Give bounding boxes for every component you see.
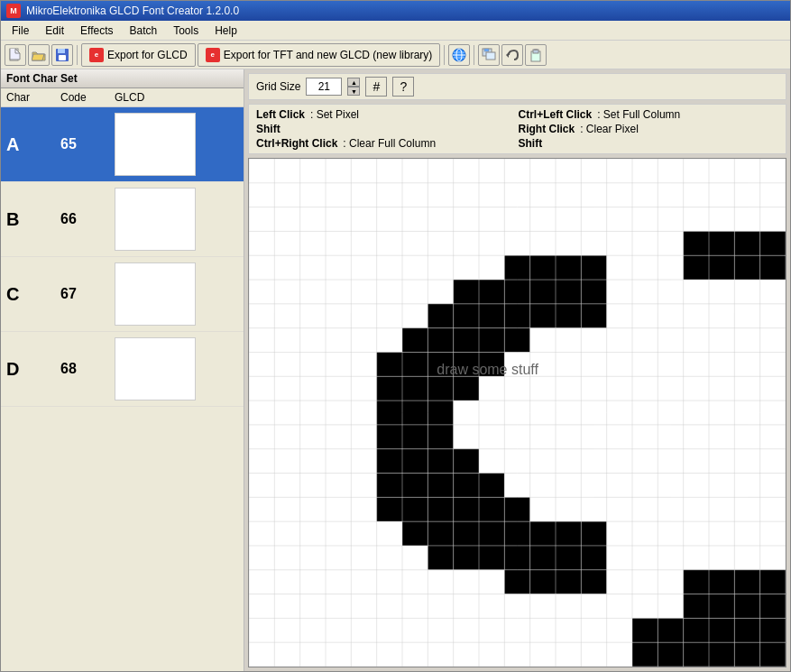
col-code: Code bbox=[60, 91, 115, 104]
char-preview-a bbox=[115, 113, 196, 176]
menu-bar: File Edit Effects Batch Tools Help bbox=[1, 21, 790, 41]
menu-edit[interactable]: Edit bbox=[38, 23, 71, 39]
spin-down-button[interactable]: ▼ bbox=[347, 87, 360, 96]
char-preview-d bbox=[115, 337, 196, 400]
instr-right-click: Right Click : Clear Pixel bbox=[519, 123, 779, 135]
spin-up-button[interactable]: ▲ bbox=[347, 78, 360, 87]
char-preview-b bbox=[115, 188, 196, 251]
menu-help[interactable]: Help bbox=[207, 23, 244, 39]
svg-rect-6 bbox=[59, 55, 66, 60]
char-row-a[interactable]: A 65 bbox=[1, 107, 244, 182]
menu-file[interactable]: File bbox=[5, 23, 36, 39]
right-panel: Grid Size ▲ ▼ # ? Left Click : Set Pixel… bbox=[244, 69, 790, 671]
instructions-panel: Left Click : Set Pixel Ctrl+Left Click :… bbox=[248, 104, 786, 154]
pixel-canvas[interactable] bbox=[249, 159, 786, 667]
char-letter-c: C bbox=[6, 284, 60, 305]
svg-rect-18 bbox=[534, 49, 538, 51]
undo-button[interactable] bbox=[501, 44, 523, 66]
grid-size-input[interactable] bbox=[306, 78, 342, 96]
toolbar: e Export for GLCD e Export for TFT and n… bbox=[1, 41, 790, 69]
pixel-grid-container[interactable]: draw some stuff bbox=[248, 158, 786, 667]
svg-marker-15 bbox=[506, 52, 509, 58]
svg-rect-13 bbox=[484, 49, 489, 51]
char-letter-a: A bbox=[6, 134, 60, 155]
char-letter-d: D bbox=[6, 359, 60, 380]
toolbar-sep-3 bbox=[474, 45, 474, 65]
export-tft-label: Export for TFT and new GLCD (new library… bbox=[224, 49, 433, 61]
instr-ctrl-left: Ctrl+Left Click : Set Full Column bbox=[519, 108, 779, 121]
char-code-c: 67 bbox=[60, 286, 115, 302]
char-letter-b: B bbox=[6, 209, 60, 230]
col-char: Char bbox=[6, 91, 60, 104]
menu-batch[interactable]: Batch bbox=[123, 23, 165, 39]
right-click-desc: : Clear Pixel bbox=[580, 123, 639, 135]
main-content: Font Char Set Char Code GLCD A 65 B 66 bbox=[1, 69, 790, 671]
font-char-set-title: Font Char Set bbox=[6, 72, 78, 85]
char-row-b[interactable]: B 66 bbox=[1, 182, 244, 257]
grid-size-spinner: ▲ ▼ bbox=[347, 78, 360, 96]
shift-key: Shift bbox=[256, 123, 281, 135]
ctrl-right-desc: : Clear Full Column bbox=[343, 137, 436, 150]
char-code-d: 68 bbox=[60, 361, 115, 377]
right-click-key: Right Click bbox=[519, 123, 575, 135]
svg-rect-14 bbox=[486, 52, 495, 60]
grid-controls: Grid Size ▲ ▼ # ? bbox=[248, 73, 786, 100]
new-button[interactable] bbox=[5, 44, 26, 66]
export-tft-button[interactable]: e Export for TFT and new GLCD (new libra… bbox=[198, 43, 441, 67]
char-preview-c bbox=[115, 262, 196, 326]
title-bar: M MikroElektronika GLCD Font Creator 1.2… bbox=[1, 1, 790, 21]
hash-button[interactable]: # bbox=[365, 77, 387, 97]
shift-right-key: Shift bbox=[519, 137, 543, 150]
char-row-d[interactable]: D 68 bbox=[1, 332, 244, 407]
char-code-b: 66 bbox=[60, 211, 115, 227]
app-icon: M bbox=[6, 4, 21, 18]
paste-button[interactable] bbox=[525, 44, 547, 66]
left-click-key: Left Click bbox=[256, 108, 305, 121]
toolbar-sep-2 bbox=[444, 45, 445, 65]
char-code-a: 65 bbox=[60, 136, 115, 152]
copy-display-button[interactable] bbox=[478, 44, 500, 66]
char-row-c[interactable]: C 67 bbox=[1, 257, 244, 332]
web-button[interactable] bbox=[448, 44, 470, 66]
left-click-desc: : Set Pixel bbox=[310, 108, 359, 121]
app-title: MikroElektronika GLCD Font Creator 1.2.0… bbox=[26, 5, 239, 17]
export-tft-icon: e bbox=[206, 48, 220, 62]
col-glcd: GLCD bbox=[115, 91, 238, 104]
open-button[interactable] bbox=[28, 44, 50, 66]
char-list-header: Char Code GLCD bbox=[1, 88, 244, 107]
export-glcd-button[interactable]: e Export for GLCD bbox=[81, 43, 196, 67]
menu-tools[interactable]: Tools bbox=[166, 23, 206, 39]
ctrl-left-key: Ctrl+Left Click bbox=[519, 108, 593, 121]
ctrl-right-key: Ctrl+Right Click bbox=[256, 137, 337, 150]
instr-shift-label: Shift bbox=[256, 123, 517, 135]
left-panel: Font Char Set Char Code GLCD A 65 B 66 bbox=[1, 69, 244, 671]
ctrl-left-desc: : Set Full Column bbox=[597, 108, 680, 121]
help-button[interactable]: ? bbox=[392, 77, 414, 97]
svg-rect-5 bbox=[58, 49, 65, 53]
font-char-set-header: Font Char Set bbox=[1, 69, 244, 88]
menu-effects[interactable]: Effects bbox=[73, 23, 120, 39]
grid-size-label: Grid Size bbox=[256, 80, 300, 93]
export-glcd-icon: e bbox=[89, 48, 104, 62]
app-window: M MikroElektronika GLCD Font Creator 1.2… bbox=[0, 0, 791, 672]
char-list: A 65 B 66 C 67 D bbox=[1, 107, 244, 671]
export-glcd-label: Export for GLCD bbox=[107, 49, 188, 61]
instr-left-click: Left Click : Set Pixel bbox=[256, 108, 517, 121]
toolbar-sep-1 bbox=[77, 45, 78, 65]
instr-ctrl-right: Ctrl+Right Click : Clear Full Column bbox=[256, 137, 517, 150]
save-button[interactable] bbox=[51, 44, 73, 66]
instr-shift-right-label: Shift bbox=[519, 137, 779, 150]
